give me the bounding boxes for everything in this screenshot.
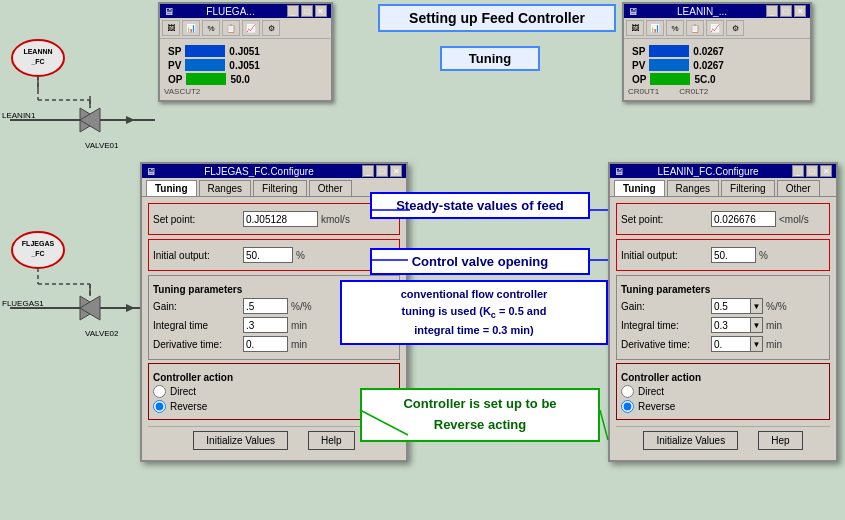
leanin-close-btn[interactable]: ✕ [794,5,806,17]
flugas-gain-unit: %/% [291,301,312,312]
flugas-tool3[interactable]: % [202,20,220,36]
flugas-config-title: FLJEGAS_FC.Configure [204,166,314,177]
leanin-initout-row: Initial output: % [621,247,825,263]
flugas-direct-row: Direct [153,385,395,398]
leanin-tool2[interactable]: 📊 [646,20,664,36]
leanin-config-icon: 🖥 [614,166,624,177]
svg-text:_FC: _FC [30,250,44,257]
flugas-close-btn[interactable]: ✕ [315,5,327,17]
tab-tuning-leanin[interactable]: Tuning [614,180,665,196]
svg-text:FLJEGAS: FLJEGAS [22,240,55,247]
flugas-initout-label: Initial output: [153,250,243,261]
leanin-direct-radio[interactable] [621,385,634,398]
leanin-config-titlebar: 🖥 LEANIN_FC.Configure _ □ ✕ [610,164,836,178]
flugas-gain-input[interactable] [243,298,288,314]
leanin-pv-value: 0.0267 [693,60,738,71]
leanin-display-panel: 🖥 LEANIN_... _ □ ✕ 🖼 📊 % 📋 📈 ⚙ SP 0.0267… [622,2,812,102]
flugas-integral-unit: min [291,320,307,331]
flugas-derivative-label: Derivative time: [153,339,243,350]
flugas-setpoint-row: Set point: kmol/s [153,211,395,227]
annotation-steady-state: Steady-state values of feed [370,192,590,219]
flugas-toolbar: 🖼 📊 % 📋 📈 ⚙ [160,18,331,39]
leanin-config-maximize[interactable]: □ [806,165,818,177]
flugas-direct-radio[interactable] [153,385,166,398]
tab-other-leanin[interactable]: Other [777,180,820,196]
leanin-derivative-input[interactable] [711,336,751,352]
flugas-minimize-btn[interactable]: _ [287,5,299,17]
flugas-maximize-btn[interactable]: □ [301,5,313,17]
leanin-gain-unit: %/% [766,301,787,312]
flugas-config-tabs: Tuning Ranges Filtering Other [142,178,406,197]
flugas-tool6[interactable]: ⚙ [262,20,280,36]
flugas-initialize-btn[interactable]: Initialize Values [193,431,288,450]
leanin-derivative-dropdown[interactable]: ▼ [751,336,763,352]
leanin-gain-dropdown[interactable]: ▼ [751,298,763,314]
leanin-tool1[interactable]: 🖼 [626,20,644,36]
leanin-setpoint-unit: <mol/s [779,214,809,225]
flugas-config-maximize[interactable]: □ [376,165,388,177]
tab-ranges-flugas[interactable]: Ranges [199,180,251,196]
leanin-tool5[interactable]: 📈 [706,20,724,36]
tab-filtering-flugas[interactable]: Filtering [253,180,307,196]
flugas-pv-bar [185,59,225,71]
leanin-bottom-buttons: Initialize Values Hep [616,426,830,454]
leanin-minimize-btn[interactable]: _ [766,5,778,17]
leanin-maximize-btn[interactable]: □ [780,5,792,17]
flugas-config-minimize[interactable]: _ [362,165,374,177]
flugas-tool4[interactable]: 📋 [222,20,240,36]
leanin-setpoint-label: Set point: [621,214,711,225]
flugas-derivative-unit: min [291,339,307,350]
leanin-integral-input[interactable] [711,317,751,333]
flugas-reverse-radio[interactable] [153,400,166,413]
page-title: Setting up Feed Controller [378,4,616,32]
flugas-tool1[interactable]: 🖼 [162,20,180,36]
svg-text:VALVE01: VALVE01 [85,141,119,150]
flugas-gain-label: Gain: [153,301,243,312]
leanin-config-panel: 🖥 LEANIN_FC.Configure _ □ ✕ Tuning Range… [608,162,838,462]
leanin-tool3[interactable]: % [666,20,684,36]
leanin-config-close[interactable]: ✕ [820,165,832,177]
flugas-setpoint-input[interactable] [243,211,318,227]
flugas-config-close[interactable]: ✕ [390,165,402,177]
flugas-tool2[interactable]: 📊 [182,20,200,36]
tab-other-flugas[interactable]: Other [309,180,352,196]
leanin-op-label: OP [632,74,646,85]
leanin-setpoint-row: Set point: <mol/s [621,211,825,227]
leanin-integral-row: Integral time: ▼ min [621,317,825,333]
leanin-pv-label: PV [632,60,645,71]
leanin-integral-dropdown[interactable]: ▼ [751,317,763,333]
flugas-action-label: Controller action [153,372,395,383]
flugas-sp-label: SP [168,46,181,57]
leanin-tool4[interactable]: 📋 [686,20,704,36]
leanin-help-btn[interactable]: Hep [758,431,802,450]
flugas-initout-input[interactable] [243,247,293,263]
leanin-sp-label: SP [632,46,645,57]
leanin-reverse-radio[interactable] [621,400,634,413]
leanin-tool6[interactable]: ⚙ [726,20,744,36]
flugas-integral-label: Integral time [153,320,243,331]
flugas-sp-row: SP 0.J051 [168,45,323,57]
flugas-initout-unit: % [296,250,305,261]
leanin-config-minimize[interactable]: _ [792,165,804,177]
tab-tuning-flugas[interactable]: Tuning [146,180,197,196]
flugas-tool5[interactable]: 📈 [242,20,260,36]
leanin-initout-unit: % [759,250,768,261]
flugas-panel-icon: 🖥 [164,6,174,17]
tab-ranges-leanin[interactable]: Ranges [667,180,719,196]
leanin-setpoint-input[interactable] [711,211,776,227]
flugas-help-btn[interactable]: Help [308,431,355,450]
flugas-derivative-input[interactable] [243,336,288,352]
leanin-controller-action: Controller action Direct Reverse [616,363,830,420]
leanin-pv-row: PV 0.0267 [632,59,802,71]
flugas-sp-bar [185,45,225,57]
leanin-initialize-btn[interactable]: Initialize Values [643,431,738,450]
leanin-initout-input[interactable] [711,247,756,263]
leanin-integral-unit: min [766,320,782,331]
flugas-direct-label: Direct [170,386,196,397]
leanin-gain-label: Gain: [621,301,711,312]
flugas-integral-input[interactable] [243,317,288,333]
leanin-gain-input[interactable] [711,298,751,314]
tab-filtering-leanin[interactable]: Filtering [721,180,775,196]
leanin-reverse-label: Reverse [638,401,675,412]
leanin-sp-value: 0.0267 [693,46,738,57]
